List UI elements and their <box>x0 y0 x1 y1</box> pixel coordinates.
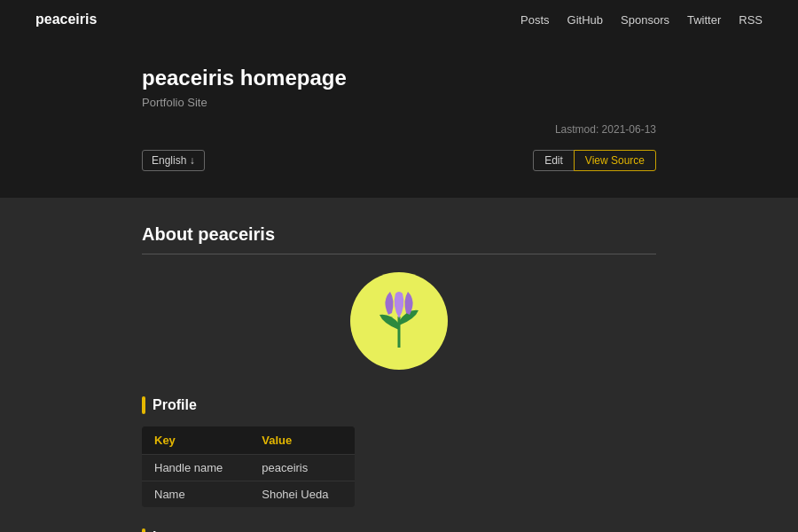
table-cell-value: peaceiris <box>249 455 355 481</box>
profile-section: Profile Key Value Handle name peaceiris … <box>142 396 656 507</box>
main-nav: Posts GitHub Sponsors Twitter RSS <box>520 13 763 27</box>
avatar <box>350 272 448 370</box>
table-row: Handle name peaceiris <box>142 455 355 481</box>
hero-actions: English ↓ Edit View Source <box>142 150 656 171</box>
about-heading: About peaceiris <box>142 224 656 254</box>
hero-meta: Lastmod: 2021-06-13 <box>142 123 656 136</box>
main-content: About peaceiris Profile <box>0 198 798 532</box>
nav-sponsors[interactable]: Sponsors <box>621 13 669 27</box>
table-row: Name Shohei Ueda <box>142 481 355 508</box>
table-header-row: Key Value <box>142 426 355 455</box>
site-logo: peaceiris <box>35 12 97 27</box>
interests-section: Interests Python, Go, and TypeScript, Or… <box>142 528 656 532</box>
table-cell-key: Handle name <box>142 455 249 481</box>
table-cell-value: Shohei Ueda <box>249 481 355 508</box>
interests-heading: Interests <box>142 528 656 532</box>
nav-rss[interactable]: RSS <box>739 13 763 27</box>
action-buttons: Edit View Source <box>533 150 656 171</box>
table-cell-key: Name <box>142 481 249 508</box>
site-header: peaceiris Posts GitHub Sponsors Twitter … <box>0 0 798 39</box>
avatar-container <box>142 272 656 370</box>
view-source-button[interactable]: View Source <box>574 150 656 171</box>
nav-github[interactable]: GitHub <box>567 13 603 27</box>
profile-table: Key Value Handle name peaceiris Name Sho… <box>142 426 355 507</box>
nav-posts[interactable]: Posts <box>520 13 550 27</box>
page-title: peaceiris homepage <box>142 66 656 90</box>
table-col-key: Key <box>142 426 249 455</box>
table-col-value: Value <box>249 426 355 455</box>
hero-section: peaceiris homepage Portfolio Site Lastmo… <box>0 39 798 198</box>
lastmod-date: 2021-06-13 <box>602 123 656 136</box>
avatar-icon <box>364 281 434 361</box>
edit-button[interactable]: Edit <box>533 150 575 171</box>
lastmod-label: Lastmod: 2021-06-13 <box>555 123 656 136</box>
language-button[interactable]: English ↓ <box>142 150 205 171</box>
page-subtitle: Portfolio Site <box>142 96 656 109</box>
nav-twitter[interactable]: Twitter <box>687 13 721 27</box>
profile-heading: Profile <box>142 396 656 414</box>
